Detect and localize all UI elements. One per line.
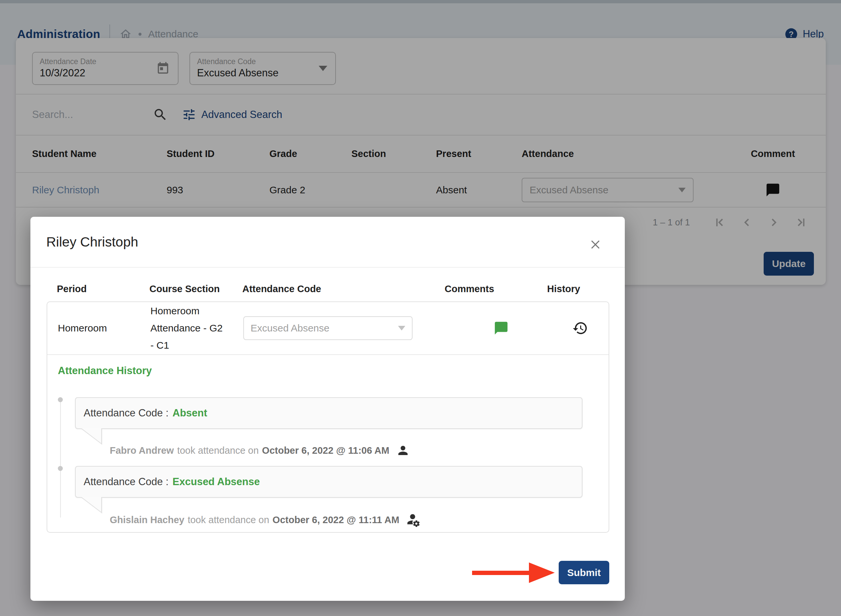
modal-table-header: Period Course Section Attendance Code Co… [46, 268, 609, 301]
modal-body-box: Homeroom Homeroom Attendance - G2 - C1 E… [47, 301, 609, 533]
mcol-comments: Comments [434, 283, 537, 295]
history-attribution: Ghislain Hachey took attendance on Octob… [75, 512, 583, 527]
course-section-value: Homeroom Attendance - G2 - C1 [140, 302, 233, 354]
attribution-timestamp: October 6, 2022 @ 11:06 AM [262, 445, 389, 456]
timeline-dot [58, 466, 63, 471]
close-icon [590, 239, 601, 250]
taken-by: Fabro Andrew [110, 445, 174, 456]
attendance-history-heading: Attendance History [58, 364, 609, 377]
student-attendance-modal: Riley Christoph Period Course Section At… [31, 217, 625, 601]
attendance-admin-page: Administration Attendance ? Help Attenda… [0, 0, 841, 616]
history-button[interactable] [552, 320, 609, 336]
history-entry-code: Absent [173, 407, 207, 419]
period-row: Homeroom Homeroom Attendance - G2 - C1 E… [47, 302, 609, 355]
person-gear-icon [406, 512, 421, 527]
attribution-timestamp: October 6, 2022 @ 11:11 AM [272, 515, 399, 525]
history-attribution: Fabro Andrew took attendance on October … [75, 443, 583, 458]
comments-button[interactable] [465, 321, 537, 336]
attendance-history-section: Attendance History Attendance Code : Abs… [47, 355, 609, 527]
history-timeline: Attendance Code : Absent Fabro Andrew to… [58, 397, 609, 527]
timeline-dot [58, 397, 63, 402]
mcol-history: History [537, 283, 609, 295]
mcol-attendance-code: Attendance Code [232, 283, 434, 295]
person-icon [396, 443, 410, 458]
history-entry-label: Attendance Code : [84, 476, 169, 488]
mcol-period: Period [46, 283, 139, 295]
bubble-tail [75, 498, 583, 513]
bubble-tail [75, 429, 583, 445]
history-entry: Attendance Code : Absent Fabro Andrew to… [75, 397, 583, 458]
modal-attendance-select-value: Excused Absense [251, 323, 330, 334]
close-button[interactable] [590, 239, 601, 250]
modal-attendance-select[interactable]: Excused Absense [243, 316, 412, 340]
red-arrow-annotation [472, 562, 555, 585]
history-entry-label: Attendance Code : [84, 407, 169, 419]
modal-header: Riley Christoph [31, 217, 625, 267]
attribution-text: took attendance on [188, 515, 269, 525]
history-bubble: Attendance Code : Absent [75, 397, 583, 429]
history-entry-code: Excused Absense [173, 476, 260, 488]
history-bubble: Attendance Code : Excused Absense [75, 466, 583, 498]
submit-button[interactable]: Submit [559, 561, 609, 584]
attribution-text: took attendance on [177, 445, 259, 456]
period-value: Homeroom [47, 323, 140, 334]
modal-title: Riley Christoph [46, 234, 138, 250]
mcol-course-section: Course Section [139, 283, 232, 295]
taken-by: Ghislain Hachey [110, 515, 185, 525]
history-entry: Attendance Code : Excused Absense Ghisla… [75, 466, 583, 527]
chevron-down-icon [398, 326, 405, 330]
